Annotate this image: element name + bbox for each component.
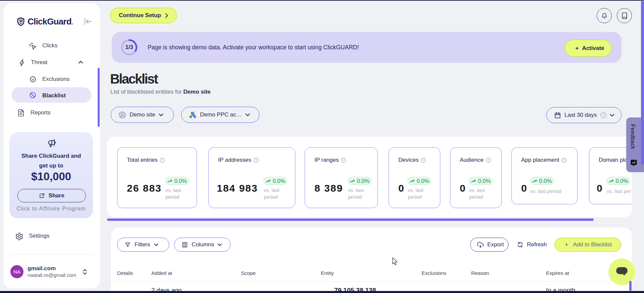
svg-text:?: ?: [343, 158, 344, 162]
svg-text:?: ?: [255, 158, 257, 162]
svg-text:?: ?: [602, 113, 604, 117]
svg-text:?: ?: [161, 158, 163, 162]
svg-text:?: ?: [423, 158, 424, 162]
svg-text:?: ?: [488, 158, 489, 162]
svg-text:?: ?: [563, 158, 565, 162]
